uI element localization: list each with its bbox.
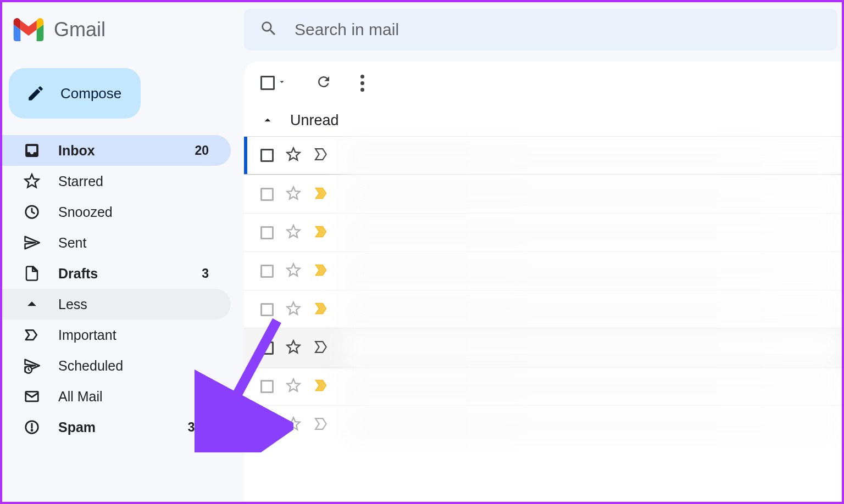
- mail-row[interactable]: [244, 251, 842, 290]
- chevron-up-icon: [23, 295, 41, 313]
- search-icon: [259, 19, 278, 40]
- row-checkbox[interactable]: [260, 418, 274, 432]
- clock-icon: [23, 203, 41, 221]
- sidebar-item-label: Less: [58, 296, 209, 312]
- search-bar[interactable]: Search in mail: [244, 9, 837, 51]
- compose-label: Compose: [60, 85, 121, 102]
- important-icon[interactable]: [313, 379, 330, 394]
- sidebar-item-count: 362: [188, 420, 209, 435]
- sidebar-item-spam[interactable]: Spam362: [2, 412, 231, 443]
- sidebar-item-sent[interactable]: Sent: [2, 227, 231, 258]
- star-icon[interactable]: [286, 301, 301, 318]
- row-content-blur: [342, 290, 842, 328]
- sidebar-item-drafts[interactable]: Drafts3: [2, 258, 231, 289]
- sidebar-item-label: Snoozed: [58, 204, 209, 220]
- sidebar: Compose Inbox20StarredSnoozedSentDrafts3…: [2, 57, 244, 502]
- refresh-button[interactable]: [315, 74, 332, 92]
- row-checkbox[interactable]: [260, 341, 274, 355]
- compose-icon: [26, 84, 45, 103]
- row-content-blur: [342, 329, 842, 367]
- dot-icon: [360, 75, 364, 79]
- row-checkbox[interactable]: [260, 380, 274, 393]
- search-placeholder: Search in mail: [295, 20, 399, 39]
- row-checkbox[interactable]: [260, 188, 274, 201]
- sidebar-item-label: All Mail: [58, 389, 209, 405]
- row-content-blur: [342, 252, 842, 290]
- sidebar-item-snoozed[interactable]: Snoozed: [2, 197, 231, 227]
- sidebar-item-label: Drafts: [58, 266, 202, 282]
- toolbar: [244, 61, 842, 104]
- star-icon[interactable]: [286, 378, 301, 395]
- sidebar-item-inbox[interactable]: Inbox20: [2, 135, 231, 166]
- important-icon[interactable]: [313, 302, 330, 317]
- star-icon[interactable]: [286, 416, 301, 434]
- sidebar-item-less[interactable]: Less: [2, 289, 231, 320]
- star-icon[interactable]: [286, 186, 301, 203]
- inbox-icon: [23, 142, 41, 159]
- sidebar-item-count: 3: [202, 266, 209, 281]
- content-pane: Unread: [244, 61, 842, 502]
- row-content-blur: [342, 175, 842, 213]
- select-all-checkbox[interactable]: [260, 76, 287, 90]
- mail-row[interactable]: [244, 290, 842, 328]
- row-checkbox[interactable]: [260, 265, 274, 278]
- logo-wrap: Gmail: [13, 18, 244, 41]
- sidebar-item-label: Starred: [58, 173, 209, 189]
- important-icon[interactable]: [313, 264, 330, 279]
- section-label: Unread: [290, 112, 339, 129]
- important-icon[interactable]: [313, 187, 330, 202]
- mail-row[interactable]: [244, 367, 842, 405]
- sidebar-item-scheduled[interactable]: Scheduled: [2, 350, 231, 381]
- sidebar-item-important[interactable]: Important: [2, 320, 231, 350]
- important-icon[interactable]: [313, 148, 330, 163]
- chevron-up-icon: [260, 113, 275, 127]
- important-icon[interactable]: [313, 417, 330, 433]
- send-icon: [23, 234, 41, 251]
- checkbox-icon: [260, 76, 275, 90]
- important-icon: [23, 326, 41, 344]
- row-checkbox[interactable]: [260, 226, 274, 239]
- compose-button[interactable]: Compose: [9, 68, 141, 119]
- sidebar-item-label: Spam: [58, 419, 188, 435]
- svg-point-4: [31, 429, 33, 432]
- app-name: Gmail: [54, 18, 106, 41]
- spam-icon: [23, 418, 41, 436]
- dropdown-arrow-icon: [277, 77, 287, 89]
- row-content-blur: [342, 214, 842, 251]
- row-checkbox[interactable]: [260, 149, 274, 162]
- sidebar-item-starred[interactable]: Starred: [2, 166, 231, 197]
- row-content-blur: [342, 137, 842, 174]
- row-content-blur: [342, 406, 842, 444]
- sidebar-item-allmail[interactable]: All Mail: [2, 381, 231, 412]
- sidebar-item-count: 20: [195, 143, 209, 158]
- mail-row[interactable]: [244, 213, 842, 251]
- sidebar-item-label: Inbox: [58, 143, 195, 159]
- mail-row[interactable]: [244, 175, 842, 213]
- dot-icon: [360, 81, 364, 85]
- allmail-icon: [23, 388, 41, 405]
- mail-row[interactable]: [244, 328, 842, 367]
- star-icon: [23, 172, 41, 190]
- dot-icon: [360, 88, 364, 92]
- section-header[interactable]: Unread: [244, 104, 842, 136]
- important-icon[interactable]: [313, 340, 330, 356]
- row-content-blur: [342, 367, 842, 405]
- important-icon[interactable]: [313, 225, 330, 240]
- star-icon[interactable]: [286, 262, 301, 280]
- sidebar-item-label: Sent: [58, 235, 209, 251]
- star-icon[interactable]: [286, 339, 301, 357]
- star-icon[interactable]: [286, 147, 301, 164]
- gmail-logo-icon: [13, 18, 44, 41]
- draft-icon: [23, 265, 41, 282]
- mail-row[interactable]: [244, 136, 842, 175]
- sidebar-item-label: Important: [58, 327, 209, 343]
- more-menu-button[interactable]: [360, 75, 364, 92]
- sidebar-item-label: Scheduled: [58, 358, 209, 374]
- star-icon[interactable]: [286, 224, 301, 242]
- schedule-icon: [23, 357, 41, 374]
- mail-row[interactable]: [244, 405, 842, 444]
- header: Gmail Search in mail: [2, 2, 842, 57]
- row-checkbox[interactable]: [260, 303, 274, 316]
